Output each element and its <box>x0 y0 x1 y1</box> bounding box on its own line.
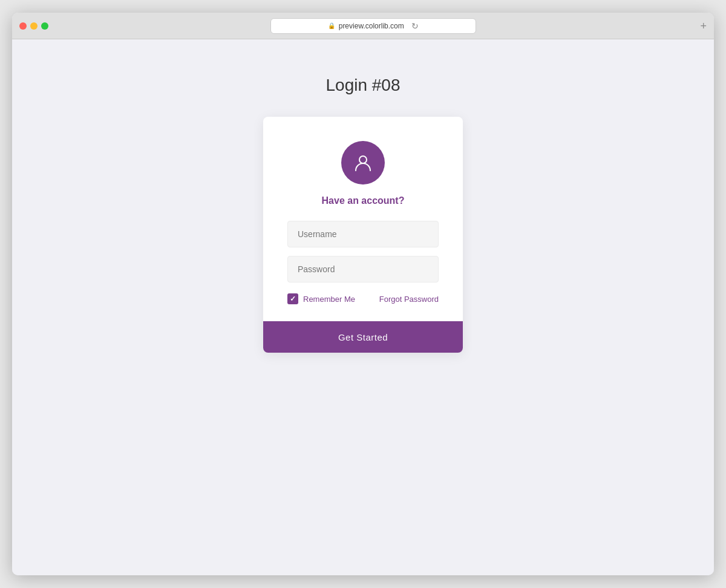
account-label: Have an account? <box>322 195 405 206</box>
minimize-button[interactable] <box>30 22 38 30</box>
new-tab-button[interactable]: + <box>700 21 707 31</box>
address-bar[interactable]: 🔒 preview.colorlib.com ↻ <box>270 18 476 34</box>
traffic-lights <box>19 22 48 30</box>
form-options-row: ✓ Remember Me Forgot Password <box>287 293 439 304</box>
browser-chrome: 🔒 preview.colorlib.com ↻ + <box>12 13 714 39</box>
reload-icon[interactable]: ↻ <box>411 21 419 31</box>
page-title: Login #08 <box>325 76 400 95</box>
password-input[interactable] <box>287 256 439 283</box>
lock-icon: 🔒 <box>328 22 335 29</box>
remember-me-checkbox[interactable]: ✓ <box>287 293 298 304</box>
login-card: Have an account? ✓ Remember Me Forgot Pa… <box>263 117 463 353</box>
password-group <box>287 256 439 283</box>
username-input[interactable] <box>287 221 439 247</box>
forgot-password-link[interactable]: Forgot Password <box>379 295 439 304</box>
maximize-button[interactable] <box>41 22 48 30</box>
svg-point-0 <box>359 156 367 163</box>
close-button[interactable] <box>19 22 27 30</box>
remember-me-label[interactable]: Remember Me <box>303 295 355 304</box>
avatar <box>341 141 385 185</box>
user-icon <box>353 152 373 173</box>
checkmark-icon: ✓ <box>290 295 296 302</box>
browser-window: 🔒 preview.colorlib.com ↻ + Login #08 Hav… <box>12 13 714 575</box>
address-bar-container: 🔒 preview.colorlib.com ↻ <box>53 18 693 34</box>
url-text: preview.colorlib.com <box>339 22 404 30</box>
submit-button[interactable]: Get Started <box>263 321 463 353</box>
browser-content: Login #08 Have an account? ✓ <box>12 39 714 575</box>
username-group <box>287 221 439 247</box>
remember-me-group: ✓ Remember Me <box>287 293 355 304</box>
